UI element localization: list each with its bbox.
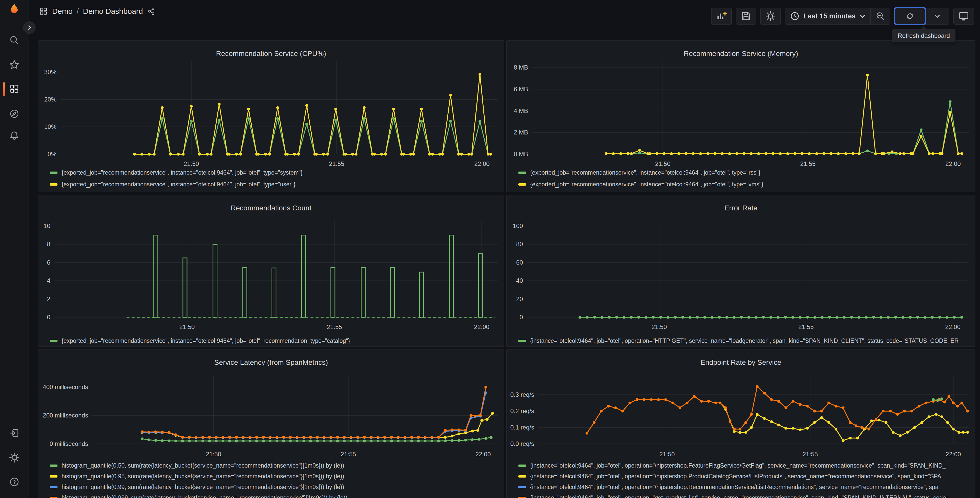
grafana-logo[interactable]: [8, 3, 21, 15]
legend-item[interactable]: {exported_job="recommendationservice", i…: [519, 180, 971, 188]
legend-swatch: [519, 464, 526, 467]
legend-item[interactable]: {exported_job="recommendationservice", i…: [50, 337, 500, 345]
panel-error-rate: Error Rate 02040608010021:5021:5522:00{i…: [506, 195, 975, 346]
svg-text:21:50: 21:50: [179, 323, 195, 330]
svg-text:22:00: 22:00: [474, 323, 490, 330]
svg-text:2 MB: 2 MB: [514, 129, 528, 136]
legend-label: {exported_job="recommendationservice", i…: [530, 181, 764, 188]
legend-item[interactable]: histogram_quantile(0.95, sum(rate(latenc…: [50, 472, 500, 480]
gear-icon: [9, 452, 20, 463]
legend-item[interactable]: histogram_quantile(0.50, sum(rate(latenc…: [50, 461, 500, 469]
grafana-dashboard: { "header": { "breadcrumb": {"folder": "…: [0, 0, 980, 498]
svg-text:20: 20: [516, 295, 523, 302]
bell-icon: [9, 130, 20, 141]
svg-text:0.3 req/s: 0.3 req/s: [511, 391, 534, 398]
zoom-out-icon: [875, 11, 886, 21]
panel-title[interactable]: Error Rate: [507, 204, 975, 212]
zoom-out-time-button[interactable]: [870, 8, 890, 24]
sidebar-item-help[interactable]: ?: [8, 476, 21, 488]
panel-recommendation-memory: Recommendation Service (Memory) 0 MB2 MB…: [506, 40, 975, 192]
sidebar-item-alerting[interactable]: [8, 129, 21, 142]
legend-item[interactable]: {instance="otelcol:9464", job="otel", op…: [519, 337, 971, 345]
time-range-label: Last 15 minutes: [803, 12, 856, 20]
svg-text:60: 60: [516, 259, 523, 266]
panel-endpoint-rate: Endpoint Rate by Service 0.0 req/s0.1 re…: [506, 349, 975, 498]
legend-label: {instance="otelcol:9464", job="otel", op…: [530, 473, 941, 480]
legend-item[interactable]: {instance="otelcol:9464", job="otel", op…: [519, 483, 971, 491]
sidebar-item-settings[interactable]: [8, 452, 21, 464]
panel-title[interactable]: Recommendation Service (Memory): [507, 49, 975, 58]
chart-canvas: 02040608010021:5021:5522:00: [507, 195, 975, 346]
svg-text:4 MB: 4 MB: [514, 107, 528, 114]
top-navigation: Demo / Demo Dashboard La: [29, 0, 980, 26]
legend-label: {exported_job="recommendationservice", i…: [530, 169, 760, 176]
expand-sidebar-button[interactable]: [23, 21, 35, 34]
legend-swatch: [519, 486, 526, 488]
sidebar-item-sign-in[interactable]: [8, 427, 21, 439]
dashboard-toolbar: Last 15 minutes: [711, 8, 974, 24]
add-panel-button[interactable]: [711, 8, 732, 24]
refresh-interval-dropdown[interactable]: [925, 8, 949, 24]
tooltip-text: Refresh dashboard: [898, 32, 950, 39]
legend-label: histogram_quantile(0.50, sum(rate(latenc…: [62, 462, 344, 469]
svg-text:21:55: 21:55: [799, 323, 814, 330]
legend-item[interactable]: {exported_job="recommendationservice", i…: [50, 180, 500, 188]
panel-body: 0%10%20%30%21:5021:5522:00{exported_job=…: [38, 41, 504, 192]
svg-text:21:50: 21:50: [651, 323, 667, 330]
chevron-down-icon: [859, 13, 866, 19]
sidebar-item-dashboards[interactable]: [8, 83, 21, 95]
svg-text:22:00: 22:00: [474, 160, 490, 167]
legend-item[interactable]: histogram_quantile(0.99, sum(rate(latenc…: [50, 483, 500, 491]
time-range-picker[interactable]: Last 15 minutes: [785, 8, 870, 24]
search-icon: [9, 35, 20, 46]
legend-swatch: [50, 486, 57, 488]
time-controls-group: Last 15 minutes: [785, 8, 890, 24]
refresh-dashboard-button[interactable]: [895, 8, 925, 24]
chevron-down-icon: [934, 13, 941, 19]
monitor-icon: [958, 11, 969, 22]
legend-label: histogram_quantile(0.99, sum(rate(latenc…: [62, 484, 344, 491]
legend-swatch: [519, 475, 526, 477]
panel-recommendations-count: Recommendations Count 024681021:5021:552…: [38, 195, 504, 346]
svg-text:22:00: 22:00: [476, 451, 491, 458]
sign-in-icon: [9, 428, 20, 439]
breadcrumb-folder[interactable]: Demo: [52, 7, 73, 16]
svg-text:0 milliseconds: 0 milliseconds: [49, 440, 88, 447]
svg-text:22:00: 22:00: [945, 160, 961, 167]
breadcrumb-dashboard-title[interactable]: Demo Dashboard: [83, 7, 143, 16]
share-icon[interactable]: [147, 7, 155, 15]
legend-item[interactable]: histogram_quantile(0.999, sum(rate(laten…: [50, 494, 500, 498]
panel-title[interactable]: Service Latency (from SpanMetrics): [38, 358, 504, 367]
panel-title[interactable]: Recommendations Count: [38, 204, 504, 212]
breadcrumb: Demo / Demo Dashboard: [39, 6, 155, 16]
save-icon: [740, 11, 752, 22]
panel-title[interactable]: Endpoint Rate by Service: [507, 358, 975, 367]
legend-item[interactable]: {instance="otelcol:9464", job="otel", op…: [519, 461, 971, 469]
legend-item[interactable]: {instance="otelcol:9464", job="otel", op…: [519, 472, 971, 480]
legend-item[interactable]: {exported_job="recommendationservice", i…: [50, 168, 500, 177]
svg-text:21:50: 21:50: [206, 451, 221, 458]
chart-canvas: 024681021:5021:5522:00: [38, 195, 504, 346]
sidebar-item-starred[interactable]: [8, 59, 21, 71]
legend-item[interactable]: {exported_job="recommendationservice", i…: [519, 168, 971, 177]
help-icon: ?: [9, 477, 20, 487]
legend-label: histogram_quantile(0.95, sum(rate(latenc…: [62, 473, 344, 480]
sidebar-item-search[interactable]: [8, 34, 21, 46]
panel-body: 0.0 req/s0.1 req/s0.2 req/s0.3 req/s21:5…: [507, 350, 975, 498]
kiosk-mode-button[interactable]: [953, 8, 974, 24]
refresh-group: [894, 8, 949, 24]
legend-label: histogram_quantile(0.999, sum(rate(laten…: [62, 495, 347, 498]
panel-title[interactable]: Recommendation Service (CPU%): [38, 49, 504, 58]
svg-text:0: 0: [47, 314, 50, 321]
dashboard-settings-button[interactable]: [760, 8, 781, 24]
svg-text:2: 2: [47, 295, 50, 302]
panel-body: 02040608010021:5021:5522:00{instance="ot…: [507, 195, 975, 346]
legend-item[interactable]: {instance="otelcol:9464", job="otel", op…: [519, 494, 971, 498]
sidebar-item-explore[interactable]: [8, 108, 21, 120]
legend-label: {instance="otelcol:9464", job="otel", op…: [530, 337, 959, 344]
svg-text:21:55: 21:55: [802, 451, 818, 458]
svg-text:40: 40: [516, 277, 523, 284]
legend-label: {exported_job="recommendationservice", i…: [62, 169, 303, 176]
star-icon: [9, 59, 20, 70]
save-dashboard-button[interactable]: [736, 8, 756, 24]
